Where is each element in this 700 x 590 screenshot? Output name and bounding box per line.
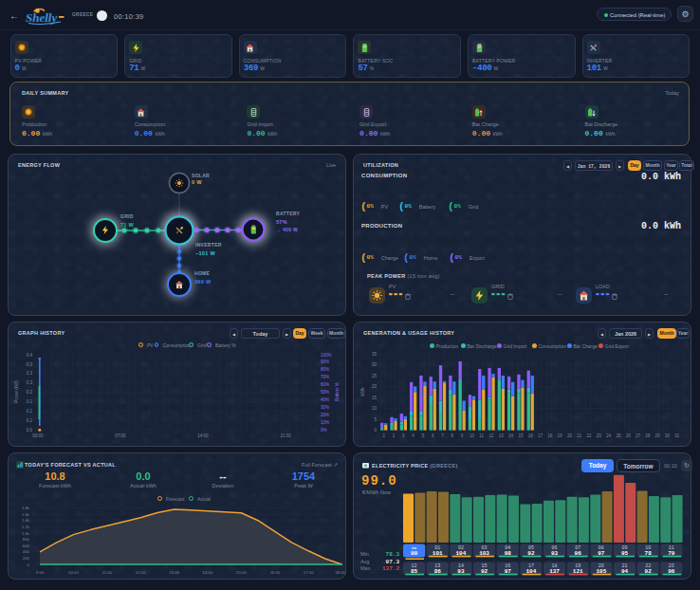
svg-text:96: 96 <box>575 550 582 557</box>
svg-text:1.0k: 1.0k <box>22 531 30 536</box>
svg-text:19: 19 <box>558 433 563 438</box>
svg-text:97: 97 <box>598 550 605 557</box>
svg-text:12:00: 12:00 <box>136 570 146 575</box>
svg-text:57%: 57% <box>276 219 287 225</box>
svg-text:21:00: 21:00 <box>280 433 291 438</box>
svg-text:104: 104 <box>525 568 536 575</box>
svg-text:600: 600 <box>23 544 30 548</box>
svg-text:79: 79 <box>668 550 675 557</box>
svg-text:18: 18 <box>547 433 553 438</box>
svg-text:369 W: 369 W <box>194 279 212 285</box>
svg-text:92: 92 <box>527 550 535 557</box>
svg-text:00:00: 00:00 <box>32 433 44 438</box>
svg-text:Power (kW): Power (kW) <box>14 380 19 403</box>
svg-text:5: 5 <box>374 417 377 422</box>
svg-text:22: 22 <box>586 433 592 438</box>
svg-text:71 W: 71 W <box>120 222 135 228</box>
svg-text:94: 94 <box>621 568 629 575</box>
svg-text:0.1: 0.1 <box>27 418 33 423</box>
svg-text:30: 30 <box>372 362 378 367</box>
svg-text:20: 20 <box>567 433 573 438</box>
svg-text:10%: 10% <box>321 420 329 425</box>
svg-text:85: 85 <box>411 568 418 575</box>
svg-text:400: 400 <box>23 549 30 554</box>
svg-text:14:00: 14:00 <box>203 570 213 575</box>
svg-text:1: 1 <box>382 433 385 438</box>
svg-text:18:00: 18:00 <box>335 570 345 575</box>
svg-text:1.4k: 1.4k <box>22 518 30 523</box>
svg-text:35: 35 <box>372 352 378 357</box>
svg-text:9: 9 <box>461 433 464 438</box>
svg-text:100%: 100% <box>321 353 332 358</box>
svg-text:0.1: 0.1 <box>27 399 33 404</box>
svg-text:31: 31 <box>674 433 680 438</box>
svg-text:0: 0 <box>374 428 377 433</box>
svg-text:16: 16 <box>528 433 534 438</box>
svg-text:1.8k: 1.8k <box>22 506 30 510</box>
svg-text:13:00: 13:00 <box>169 570 179 575</box>
svg-text:14: 14 <box>508 433 514 438</box>
svg-text:0.4: 0.4 <box>27 353 33 358</box>
svg-text:93: 93 <box>551 550 559 557</box>
svg-text:99: 99 <box>411 550 418 557</box>
svg-text:30: 30 <box>665 433 671 438</box>
svg-text:BATTERY: BATTERY <box>276 211 301 216</box>
svg-text:10:00: 10:00 <box>68 570 79 575</box>
svg-text:40%: 40% <box>321 397 329 402</box>
svg-text:26: 26 <box>626 433 632 438</box>
svg-text:0%: 0% <box>321 428 327 433</box>
svg-text:30%: 30% <box>321 405 329 410</box>
svg-text:50%: 50% <box>321 390 329 395</box>
svg-text:0 W: 0 W <box>192 179 202 185</box>
svg-text:92: 92 <box>481 568 488 575</box>
svg-text:95: 95 <box>621 550 629 557</box>
svg-text:0.0: 0.0 <box>27 428 33 433</box>
svg-text:12: 12 <box>488 433 494 438</box>
svg-text:93: 93 <box>457 568 465 575</box>
svg-text:0: 0 <box>28 562 30 567</box>
svg-text:17: 17 <box>538 433 543 438</box>
svg-text:25: 25 <box>616 433 621 438</box>
svg-text:101: 101 <box>433 550 443 557</box>
svg-text:96: 96 <box>668 568 675 575</box>
svg-text:→ 400 W: → 400 W <box>276 227 298 232</box>
svg-text:SOLAR: SOLAR <box>192 173 210 178</box>
svg-text:INVERTER: INVERTER <box>195 242 222 248</box>
svg-text:28: 28 <box>645 433 651 438</box>
svg-text:20%: 20% <box>321 413 329 417</box>
svg-text:2: 2 <box>393 433 396 438</box>
svg-text:105: 105 <box>596 568 606 575</box>
svg-text:92: 92 <box>645 568 653 575</box>
svg-text:11: 11 <box>479 433 484 438</box>
svg-text:10: 10 <box>470 433 475 438</box>
svg-text:17:00: 17:00 <box>304 570 314 575</box>
svg-text:4: 4 <box>412 433 414 438</box>
svg-text:25: 25 <box>372 374 378 378</box>
svg-text:07:00: 07:00 <box>115 433 126 438</box>
svg-text:20: 20 <box>372 384 378 389</box>
svg-text:0.2: 0.2 <box>27 390 33 395</box>
svg-text:24: 24 <box>606 433 612 438</box>
svg-text:21: 21 <box>577 433 582 438</box>
svg-text:90%: 90% <box>321 360 329 364</box>
svg-text:10: 10 <box>372 406 378 411</box>
svg-text:14:00: 14:00 <box>197 433 209 438</box>
svg-text:1.6k: 1.6k <box>22 512 30 517</box>
svg-text:7: 7 <box>441 433 444 438</box>
svg-text:~101 W: ~101 W <box>195 250 215 256</box>
svg-text:121: 121 <box>573 568 583 575</box>
svg-text:9:00: 9:00 <box>36 570 45 575</box>
svg-text:11:00: 11:00 <box>102 570 113 575</box>
svg-text:Battery %: Battery % <box>335 382 340 401</box>
svg-text:13: 13 <box>499 433 505 438</box>
svg-text:5: 5 <box>422 433 425 438</box>
svg-text:60%: 60% <box>321 382 329 387</box>
svg-text:23: 23 <box>597 433 602 438</box>
svg-text:86: 86 <box>434 568 442 575</box>
svg-text:GRID: GRID <box>120 213 134 219</box>
svg-text:27: 27 <box>636 433 641 438</box>
svg-text:15: 15 <box>372 396 378 400</box>
svg-text:3: 3 <box>402 433 405 438</box>
svg-text:15:00: 15:00 <box>236 570 247 575</box>
svg-text:16:00: 16:00 <box>269 570 280 575</box>
